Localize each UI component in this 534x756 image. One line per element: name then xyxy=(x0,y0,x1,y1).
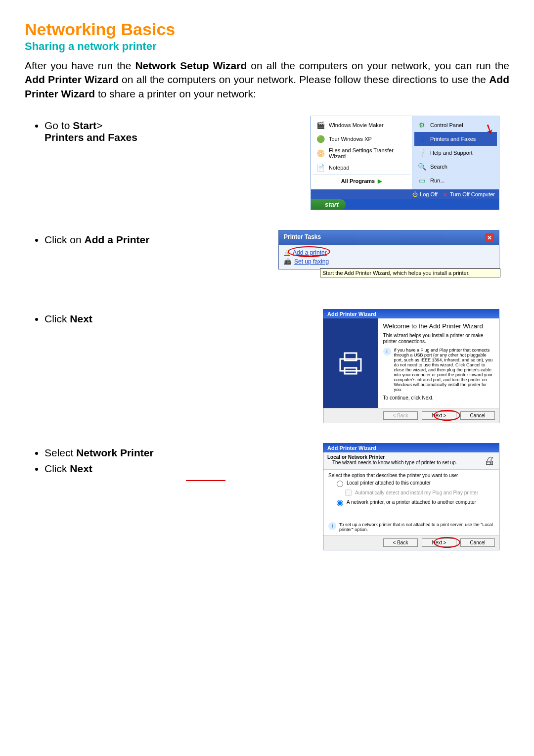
printer-icon xyxy=(336,349,365,378)
wizard-subheader: The wizard needs to know which type of p… xyxy=(332,460,457,465)
start-menu-item[interactable]: ▭Run... xyxy=(414,174,497,187)
start-menu: 🎬Windows Movie Maker 🟢Tour Windows XP 📀F… xyxy=(311,116,499,210)
intro-bold: Add Printer Wizard xyxy=(25,74,119,85)
back-button: < Back xyxy=(383,411,418,420)
add-printer-wizard-dialog-2: Add Printer Wizard Local or Network Prin… xyxy=(323,443,499,550)
panel-title: Printer Tasks xyxy=(284,233,321,242)
info-icon: i xyxy=(328,522,336,530)
intro-text: on all the computers on your network. Pl… xyxy=(119,74,489,85)
wizard-info-text: If you have a Plug and Play printer that… xyxy=(394,348,494,392)
start-menu-item[interactable]: 🔍Search xyxy=(414,160,497,174)
printer-icon: 🖨 xyxy=(484,454,495,467)
step-item: Select Network Printer xyxy=(44,447,211,459)
start-menu-item[interactable]: 📀Files and Settings Transfer Wizard xyxy=(313,146,410,161)
movie-icon: 🎬 xyxy=(315,120,326,131)
control-panel-icon: ⚙ xyxy=(416,120,427,131)
wizard-info-text: To set up a network printer that is not … xyxy=(339,522,494,532)
search-icon: 🔍 xyxy=(416,161,427,172)
add-printer-link[interactable]: 🖨 Add a printer xyxy=(284,248,494,257)
step-item: Click Next xyxy=(44,463,211,475)
turn-off-button[interactable]: ⭘Turn Off Computer xyxy=(443,191,495,197)
start-menu-item[interactable]: ❔Help and Support xyxy=(414,146,497,160)
page-subtitle: Sharing a network printer xyxy=(25,40,509,53)
wizard-continue: To continue, click Next. xyxy=(383,395,494,401)
annotation-arrow-icon xyxy=(186,480,225,481)
intro-bold: Network Setup Wizard xyxy=(135,60,247,71)
arrow-right-icon: ▶ xyxy=(378,178,382,184)
next-button[interactable]: Next > xyxy=(422,411,456,420)
intro-text: to share a printer on your network: xyxy=(95,88,256,99)
back-button[interactable]: < Back xyxy=(383,538,418,547)
printer-add-icon: 🖨 xyxy=(284,249,290,256)
transfer-icon: 📀 xyxy=(315,148,326,159)
step-item: Go to Start> Printers and Faxes xyxy=(44,120,211,143)
page-title: Networking Basics xyxy=(25,20,509,39)
add-printer-wizard-dialog: Add Printer Wizard Welcome to the Add Pr… xyxy=(323,309,499,423)
network-printer-radio[interactable]: A network printer, or a printer attached… xyxy=(334,499,494,506)
intro-text: After you have run the xyxy=(25,60,135,71)
tour-icon: 🟢 xyxy=(315,133,326,144)
next-button[interactable]: Next > xyxy=(422,538,456,547)
start-menu-item[interactable]: 📄Notepad xyxy=(313,161,410,175)
wizard-welcome: Welcome to the Add Printer Wizard xyxy=(383,322,494,330)
dialog-title: Add Printer Wizard xyxy=(323,444,499,452)
start-button[interactable]: start xyxy=(311,199,346,210)
notepad-icon: 📄 xyxy=(315,162,326,173)
auto-detect-checkbox: Automatically detect and install my Plug… xyxy=(343,488,494,497)
printer-tasks-panel: Printer Tasks ✕ 🖨 Add a printer 📠 Set up… xyxy=(278,230,499,269)
setup-faxing-link[interactable]: 📠 Set up faxing xyxy=(284,257,494,266)
tooltip: Start the Add Printer Wizard, which help… xyxy=(320,268,500,277)
run-icon: ▭ xyxy=(416,175,427,186)
logoff-icon: ⏻ xyxy=(412,191,418,197)
close-icon[interactable]: ✕ xyxy=(485,233,494,242)
start-menu-item[interactable]: 🎬Windows Movie Maker xyxy=(313,118,410,132)
all-programs[interactable]: All Programs▶ xyxy=(313,175,410,187)
intro-text: on all the computers on your network, yo… xyxy=(247,60,509,71)
wizard-side-graphic xyxy=(323,318,378,408)
fax-icon: 📠 xyxy=(284,258,291,265)
step-item: Click Next xyxy=(44,313,211,325)
wizard-prompt: Select the option that describes the pri… xyxy=(328,473,494,478)
cancel-button[interactable]: Cancel xyxy=(460,538,495,547)
start-menu-item[interactable]: 🟢Tour Windows XP xyxy=(313,132,410,146)
wizard-header: Local or Network Printer xyxy=(327,454,457,460)
power-icon: ⭘ xyxy=(443,191,448,197)
dialog-title: Add Printer Wizard xyxy=(323,310,499,318)
printer-icon: 🖨 xyxy=(416,133,427,144)
cancel-button[interactable]: Cancel xyxy=(460,411,495,420)
wizard-desc: This wizard helps you install a printer … xyxy=(383,333,494,345)
help-icon: ❔ xyxy=(416,147,427,158)
info-icon: i xyxy=(383,348,391,356)
local-printer-radio[interactable]: Local printer attached to this computer xyxy=(334,480,494,487)
intro-paragraph: After you have run the Network Setup Wiz… xyxy=(25,59,509,101)
log-off-button[interactable]: ⏻Log Off xyxy=(412,191,438,197)
step-item: Click on Add a Printer xyxy=(44,234,211,246)
